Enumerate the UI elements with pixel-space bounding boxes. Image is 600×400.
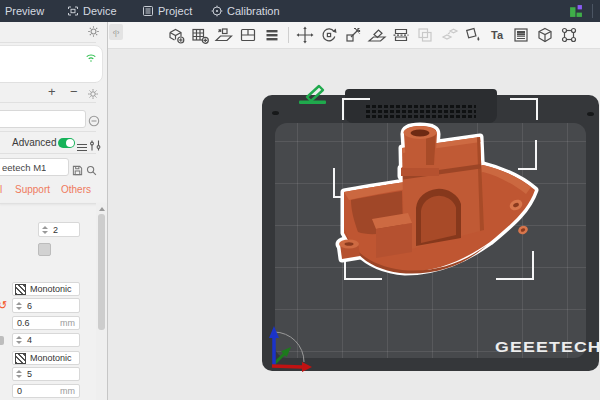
rotate-icon[interactable]	[317, 25, 341, 45]
spinner-value: 6	[27, 301, 32, 311]
tab-project[interactable]: Project	[142, 0, 192, 22]
plate-screw	[587, 112, 594, 116]
lay-on-face-icon[interactable]	[365, 25, 389, 45]
divider	[0, 82, 96, 83]
tab-calibration[interactable]: Calibration	[211, 0, 280, 22]
divider	[0, 203, 107, 204]
tab-preview-label: Preview	[5, 5, 44, 17]
setting-number[interactable]: 0 mm	[12, 384, 80, 398]
pattern-icon	[15, 284, 26, 295]
left-settings-panel: + − Advanced eetech M1 l Support Others	[0, 22, 108, 400]
bottom-pattern-select[interactable]: Monotonic	[12, 351, 80, 365]
project-icon	[142, 5, 154, 17]
divider	[0, 131, 96, 132]
text-icon[interactable]: Ta	[485, 25, 509, 45]
tab-calibration-label: Calibration	[227, 5, 280, 17]
spinner-arrows[interactable]	[42, 226, 48, 234]
scroll-up-arrow[interactable]	[99, 207, 105, 211]
tab-device-label: Device	[83, 5, 117, 17]
process-tab-fragment[interactable]: l	[0, 184, 2, 195]
topbar-separator	[592, 4, 593, 18]
spinner-value: 2	[53, 225, 58, 235]
scrollbar-thumb[interactable]	[98, 214, 105, 330]
benchy-model[interactable]	[250, 115, 550, 340]
number-value: 0	[17, 386, 22, 396]
printer-settings-gear-icon[interactable]	[87, 24, 100, 42]
pattern-icon	[15, 353, 26, 364]
minus-circle-icon[interactable]	[88, 113, 100, 131]
divider	[0, 42, 96, 43]
spinner-arrows[interactable]	[16, 336, 22, 344]
tab-preview[interactable]: Preview	[5, 0, 44, 22]
top-pattern-select[interactable]: Monotonic	[12, 282, 80, 296]
advanced-toggle[interactable]	[58, 138, 75, 148]
plate-brand-logo: GEEETECH	[495, 338, 600, 355]
sidebar-collapse-handle[interactable]: ‹|›	[109, 24, 123, 40]
tab-support[interactable]: Support	[15, 184, 50, 195]
add-object-icon[interactable]	[164, 25, 188, 45]
top-menu-bar: Preview Device Project Calibration	[0, 0, 600, 22]
device-icon	[67, 5, 79, 17]
select-value: Monotonic	[30, 284, 72, 294]
select-value: Monotonic	[30, 353, 72, 363]
icon-fragment	[0, 336, 4, 345]
axis-x-red	[272, 366, 302, 367]
seam-icon[interactable]	[557, 25, 581, 45]
blocks-status-icon[interactable]	[569, 0, 583, 22]
viewport-toolbar: Ta	[164, 25, 581, 45]
spinner-value: 5	[27, 369, 32, 379]
tab-project-label: Project	[158, 5, 192, 17]
setting-spinner[interactable]: 5	[12, 367, 80, 381]
mesh-boolean-icon[interactable]	[533, 25, 557, 45]
axis-gizmo	[258, 318, 314, 374]
remove-filament-button[interactable]: −	[70, 84, 78, 100]
spinner-value: 4	[27, 335, 32, 345]
viewport-3d[interactable]: ‹|› Ta	[108, 22, 600, 400]
advanced-label: Advanced	[12, 137, 56, 148]
divider	[0, 102, 96, 103]
search-icon[interactable]	[86, 162, 97, 180]
process-preset-select[interactable]: eetech M1	[0, 158, 69, 176]
number-unit: mm	[60, 318, 75, 328]
tab-others[interactable]: Others	[61, 184, 91, 195]
variable-layer-height-icon[interactable]	[509, 25, 533, 45]
scale-icon[interactable]	[341, 25, 365, 45]
calibration-icon	[211, 5, 223, 17]
printer-card[interactable]	[0, 45, 103, 83]
move-icon[interactable]	[293, 25, 317, 45]
tab-device[interactable]: Device	[67, 0, 117, 22]
toolbar-separator	[288, 27, 289, 43]
benchy-fills	[339, 126, 535, 274]
cut-icon[interactable]	[389, 25, 413, 45]
wifi-icon	[85, 49, 97, 67]
setting-spinner[interactable]: 2	[38, 222, 80, 237]
setting-spinner[interactable]: 6	[12, 298, 80, 313]
text-icon-glyph: Ta	[491, 29, 503, 41]
add-plate-icon[interactable]	[188, 25, 212, 45]
auto-arrange-icon[interactable]	[212, 25, 236, 45]
setting-number[interactable]: 0.6 mm	[12, 316, 80, 330]
toggle-knob	[66, 139, 74, 147]
spinner-arrows[interactable]	[16, 370, 22, 378]
clone-icon	[413, 25, 437, 45]
number-value: 0.6	[17, 318, 30, 328]
edit-plate-pencil-icon[interactable]	[294, 80, 334, 106]
number-unit: mm	[60, 386, 75, 396]
color-paint-icon[interactable]	[461, 25, 485, 45]
process-preset-value: eetech M1	[2, 162, 46, 173]
divider	[0, 153, 96, 154]
undo-icon[interactable]: ↺	[0, 299, 7, 312]
spinner-arrows[interactable]	[16, 302, 22, 310]
setting-spinner[interactable]: 4	[12, 333, 80, 347]
save-preset-icon[interactable]	[72, 162, 83, 180]
filament-select[interactable]	[0, 110, 86, 128]
add-filament-button[interactable]: +	[48, 84, 56, 100]
split-icon	[437, 25, 461, 45]
layers-icon[interactable]	[260, 25, 284, 45]
split-view-icon[interactable]	[236, 25, 260, 45]
setting-checkbox[interactable]	[38, 243, 51, 256]
